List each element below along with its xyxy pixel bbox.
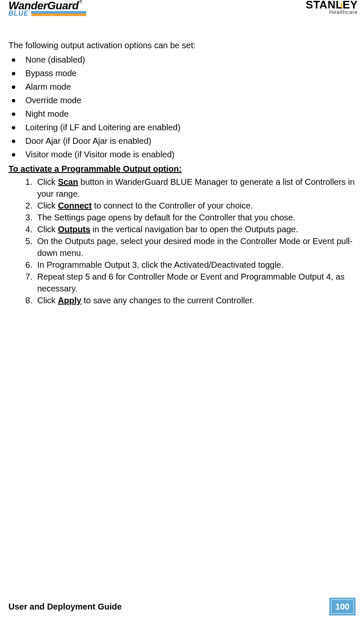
- page-header: WanderGuard ® BLUE STANLEY Healthcare: [0, 0, 364, 24]
- list-item: Visitor mode (if Visitor mode is enabled…: [8, 148, 356, 161]
- bullet-icon: [12, 99, 15, 102]
- list-item-label: Visitor mode (if Visitor mode is enabled…: [25, 148, 175, 161]
- logo-blue-row: BLUE: [8, 10, 86, 17]
- bullet-icon: [12, 58, 15, 62]
- page-content: The following output activation options …: [0, 24, 364, 306]
- step-post: to connect to the Controller of your cho…: [92, 201, 253, 210]
- section-heading: To activate a Programmable Output option…: [8, 162, 356, 175]
- step-item: Click Connect to connect to the Controll…: [25, 200, 356, 211]
- list-item: Override mode: [8, 94, 356, 107]
- bullet-icon: [12, 85, 15, 89]
- step-item: Click Apply to save any changes to the c…: [25, 294, 356, 306]
- list-item-label: Loitering (if LF and Loitering are enabl…: [25, 121, 181, 134]
- bullet-icon: [12, 72, 15, 75]
- step-post: Repeat step 5 and 6 for Controller Mode …: [37, 272, 345, 293]
- footer-title: User and Deployment Guide: [8, 602, 122, 612]
- step-item: In Programmable Output 3, click the Acti…: [25, 259, 356, 271]
- step-pre: Click: [37, 177, 58, 187]
- list-item-label: Bypass mode: [25, 67, 77, 80]
- step-pre: Click: [37, 201, 58, 210]
- step-item: Click Scan button in WanderGuard BLUE Ma…: [25, 176, 356, 200]
- step-pre: Click: [37, 296, 58, 305]
- page-footer: User and Deployment Guide 100: [8, 598, 356, 615]
- list-item: Bypass mode: [8, 67, 356, 80]
- logo-notch-icon: [341, 3, 342, 8]
- logo-stanley-healthcare: STANLEY Healthcare: [306, 0, 358, 15]
- logo-stanley-text: STANLEY: [306, 0, 358, 10]
- list-item-label: None (disabled): [25, 53, 85, 66]
- list-item-label: Alarm mode: [25, 80, 71, 93]
- step-post: in the vertical navigation bar to open t…: [90, 225, 298, 234]
- list-item: Night mode: [8, 107, 356, 120]
- step-item: Repeat step 5 and 6 for Controller Mode …: [25, 271, 356, 294]
- step-item: On the Outputs page, select your desired…: [25, 235, 356, 259]
- step-post: The Settings page opens by default for t…: [37, 213, 295, 222]
- logo-wanderguard-blue: WanderGuard ® BLUE: [8, 0, 86, 17]
- page-number-badge: 100: [329, 598, 356, 615]
- step-post: On the Outputs page, select your desired…: [37, 236, 353, 258]
- options-list: None (disabled) Bypass mode Alarm mode O…: [8, 53, 356, 161]
- registered-icon: ®: [79, 0, 82, 4]
- page-number: 100: [335, 602, 349, 612]
- list-item: None (disabled): [8, 53, 356, 66]
- logo-color-bar-icon: [31, 11, 86, 16]
- list-item-label: Door Ajar (if Door Ajar is enabled): [25, 135, 151, 147]
- step-post: button in WanderGuard BLUE Manager to ge…: [37, 177, 355, 198]
- list-item: Loitering (if LF and Loitering are enabl…: [8, 121, 356, 134]
- logo-blue-text: BLUE: [8, 10, 29, 17]
- list-item-label: Night mode: [25, 107, 68, 120]
- bullet-icon: [12, 126, 15, 129]
- step-bold: Outputs: [58, 225, 90, 234]
- bullet-icon: [12, 113, 15, 116]
- list-item: Alarm mode: [8, 80, 356, 93]
- logo-stanley-label: STANLEY: [306, 0, 358, 11]
- step-pre: Click: [37, 225, 58, 234]
- step-post: to save any changes to the current Contr…: [81, 296, 254, 305]
- list-item: Door Ajar (if Door Ajar is enabled): [8, 135, 356, 147]
- step-bold: Connect: [58, 201, 92, 210]
- step-bold: Scan: [58, 177, 78, 187]
- intro-text: The following output activation options …: [8, 39, 356, 52]
- bullet-icon: [12, 153, 15, 157]
- step-post: In Programmable Output 3, click the Acti…: [37, 260, 284, 269]
- list-item-label: Override mode: [25, 94, 81, 107]
- bullet-icon: [12, 140, 15, 143]
- steps-list: Click Scan button in WanderGuard BLUE Ma…: [8, 176, 356, 306]
- step-item: The Settings page opens by default for t…: [25, 211, 356, 223]
- step-item: Click Outputs in the vertical navigation…: [25, 223, 356, 235]
- step-bold: Apply: [58, 296, 82, 305]
